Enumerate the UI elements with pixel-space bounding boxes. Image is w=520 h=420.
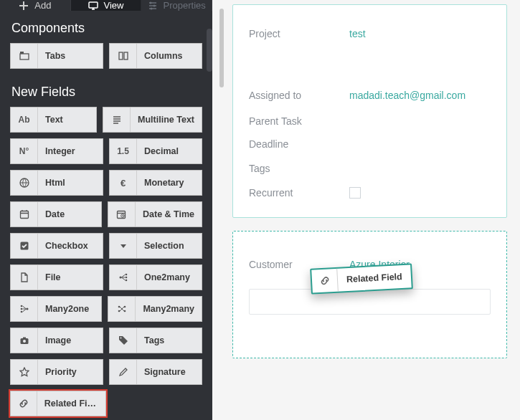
one-five-icon: 1.5 <box>110 139 137 163</box>
field-tags[interactable]: Tags <box>109 328 202 353</box>
link-icon <box>11 391 37 416</box>
lines-icon <box>103 108 131 132</box>
field-monetary[interactable]: € Monetary <box>109 170 202 196</box>
editor-sidebar: Add View Properties Components Tabs Colu… <box>0 0 212 420</box>
recurrent-label: Recurrent <box>249 187 349 199</box>
columns-icon <box>110 44 137 68</box>
recurrent-checkbox[interactable] <box>349 187 361 199</box>
field-one2many[interactable]: One2many <box>109 264 202 290</box>
calendar-icon <box>11 202 38 226</box>
form-card-main[interactable]: Project test Assigned to madadi.teach@gm… <box>232 4 507 218</box>
drop-placeholder[interactable] <box>249 289 491 315</box>
field-file[interactable]: File <box>10 264 103 290</box>
n-degree-icon: N° <box>11 139 38 163</box>
star-icon <box>11 360 38 384</box>
one2many-icon <box>110 265 137 290</box>
tab-view-label: View <box>104 0 124 11</box>
field-datetime[interactable]: Date & Time <box>108 201 202 227</box>
project-value[interactable]: test <box>349 28 366 39</box>
field-html[interactable]: Html <box>10 170 103 196</box>
euro-icon: € <box>110 171 137 195</box>
camera-icon <box>11 328 38 353</box>
field-integer[interactable]: N° Integer <box>10 138 103 164</box>
many2one-icon <box>11 297 38 321</box>
link-icon <box>311 269 339 293</box>
form-card-dropzone[interactable]: Customer Azure Interior Related Field <box>232 231 507 358</box>
pencil-icon <box>110 360 137 384</box>
field-priority[interactable]: Priority <box>10 359 103 385</box>
deadline-label: Deadline <box>249 138 349 150</box>
parent-task-label: Parent Task <box>249 115 349 127</box>
tab-properties-label: Properties <box>164 0 206 11</box>
tab-add-label: Add <box>34 0 51 11</box>
tab-view[interactable]: View <box>71 0 142 11</box>
checkbox-icon <box>11 234 38 258</box>
field-related[interactable]: Related Field <box>10 391 106 416</box>
dropdown-icon <box>110 234 137 258</box>
assigned-label: Assigned to <box>249 90 349 101</box>
field-multiline[interactable]: Multiline Text <box>103 107 202 133</box>
top-tabs: Add View Properties <box>0 0 212 11</box>
many2many-icon <box>108 297 136 321</box>
tab-add[interactable]: Add <box>0 0 71 11</box>
dragging-related-field-chip[interactable]: Related Field <box>310 263 412 294</box>
form-canvas: Project test Assigned to madadi.teach@gm… <box>212 0 520 420</box>
field-decimal[interactable]: 1.5 Decimal <box>109 138 202 164</box>
text-ab-icon: Ab <box>11 108 38 132</box>
component-columns-label: Columns <box>137 51 189 61</box>
tag-icon <box>110 328 137 353</box>
project-label: Project <box>249 28 349 39</box>
sliders-icon <box>148 1 158 11</box>
tab-properties[interactable]: Properties <box>141 0 212 11</box>
field-many2many[interactable]: Many2many <box>108 296 202 322</box>
field-signature[interactable]: Signature <box>109 359 202 385</box>
field-selection[interactable]: Selection <box>109 233 202 259</box>
file-icon <box>11 265 38 290</box>
field-date[interactable]: Date <box>10 201 102 227</box>
field-checkbox[interactable]: Checkbox <box>10 233 103 259</box>
new-fields-heading: New Fields <box>0 75 212 107</box>
field-image[interactable]: Image <box>10 328 103 353</box>
field-text[interactable]: Ab Text <box>10 107 97 133</box>
component-columns[interactable]: Columns <box>109 43 202 69</box>
globe-icon <box>11 171 38 195</box>
tabs-icon <box>11 44 38 68</box>
components-heading: Components <box>0 11 212 43</box>
field-many2one[interactable]: Many2one <box>10 296 102 322</box>
component-tabs[interactable]: Tabs <box>10 43 103 69</box>
tags-label: Tags <box>249 163 349 174</box>
monitor-icon <box>88 1 98 11</box>
plus-icon <box>19 1 29 11</box>
calendar-clock-icon <box>108 202 136 226</box>
component-tabs-label: Tabs <box>38 51 72 61</box>
assigned-value[interactable]: madadi.teach@gmail.com <box>349 90 465 101</box>
